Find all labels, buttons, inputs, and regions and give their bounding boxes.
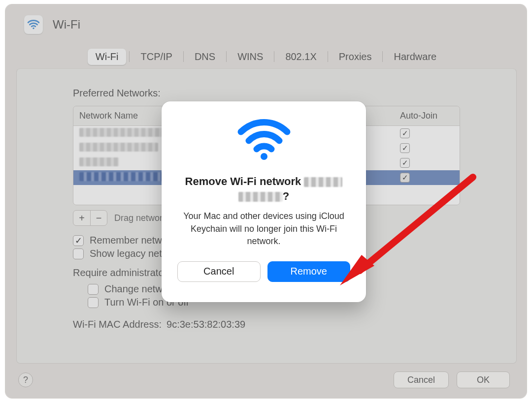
window-header: Wi-Fi: [24, 15, 80, 34]
preferred-networks-label: Preferred Networks:: [73, 88, 460, 99]
mac-address-label: Wi-Fi MAC Address:: [73, 319, 162, 330]
network-name-redacted: [79, 128, 168, 137]
mac-address-value: 9c:3e:53:82:03:39: [166, 319, 245, 330]
autojoin-checkbox[interactable]: ✓: [400, 128, 410, 138]
tab-wins[interactable]: WINS: [230, 49, 271, 65]
tab-hardware[interactable]: Hardware: [386, 49, 444, 65]
dialog-network-name-redacted: [304, 177, 342, 187]
tab-separator: [274, 51, 274, 62]
wifi-icon-large: [237, 117, 291, 163]
tab-separator: [328, 51, 328, 62]
legacy-checkbox[interactable]: [73, 248, 84, 259]
autojoin-checkbox[interactable]: ✓: [400, 143, 410, 153]
tab-separator: [183, 51, 184, 62]
cancel-button[interactable]: Cancel: [394, 372, 449, 388]
help-button[interactable]: ?: [18, 372, 33, 387]
tab-8021x[interactable]: 802.1X: [277, 49, 324, 65]
dialog-cancel-button[interactable]: Cancel: [177, 261, 261, 282]
autojoin-checkbox[interactable]: ✓: [400, 173, 410, 183]
wifi-icon: [24, 15, 43, 34]
tab-separator: [226, 51, 227, 62]
tab-dns[interactable]: DNS: [187, 49, 223, 65]
remove-network-button[interactable]: −: [90, 211, 107, 225]
dialog-body: Your Mac and other devices using iCloud …: [177, 210, 350, 248]
remove-network-dialog: Remove Wi-Fi network ? Your Mac and othe…: [162, 101, 366, 302]
ok-button[interactable]: OK: [457, 372, 510, 388]
tab-wifi[interactable]: Wi-Fi: [88, 49, 127, 65]
network-name-redacted: [79, 157, 119, 166]
dialog-remove-button[interactable]: Remove: [267, 261, 351, 282]
svg-point-0: [33, 28, 34, 29]
dialog-network-name-redacted: [238, 192, 283, 202]
dialog-title: Remove Wi-Fi network ?: [177, 174, 350, 203]
tab-separator: [382, 51, 383, 62]
toggle-wifi-checkbox[interactable]: [88, 297, 99, 308]
add-network-button[interactable]: +: [73, 211, 90, 225]
remember-checkbox[interactable]: [73, 235, 84, 246]
network-name-redacted: [79, 143, 158, 152]
autojoin-checkbox[interactable]: ✓: [400, 158, 410, 168]
svg-point-1: [261, 153, 267, 160]
col-auto-join[interactable]: Auto-Join: [391, 106, 460, 125]
tab-tcpip[interactable]: TCP/IP: [133, 49, 180, 65]
tab-bar: Wi-Fi TCP/IP DNS WINS 802.1X Proxies Har…: [5, 49, 527, 65]
change-networks-checkbox[interactable]: [88, 284, 99, 295]
tab-proxies[interactable]: Proxies: [331, 49, 380, 65]
add-remove-group: + −: [73, 210, 107, 226]
tab-separator: [129, 51, 130, 62]
window-title: Wi-Fi: [53, 18, 80, 31]
